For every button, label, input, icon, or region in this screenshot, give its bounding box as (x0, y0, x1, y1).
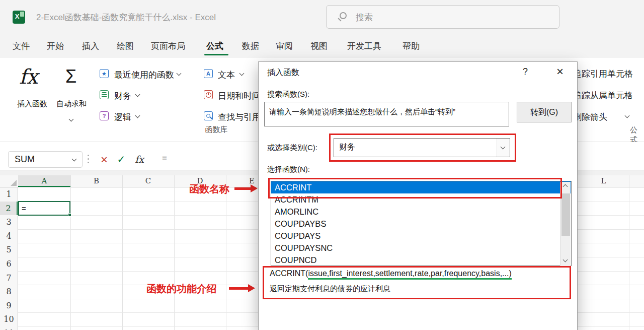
tab-page-layout[interactable]: 页面布局 (151, 40, 185, 53)
row-header-2[interactable]: 2 (0, 202, 18, 216)
active-tab-underline (204, 54, 228, 55)
red-arrow-head (248, 284, 255, 292)
trace-dependents-button[interactable]: 追踪从属单元格 (573, 90, 633, 101)
dropdown-chevron-box[interactable] (497, 139, 510, 157)
select-all-corner[interactable] (11, 180, 17, 186)
function-item-coupdaysnc[interactable]: COUPDAYSNC (271, 242, 571, 254)
gridline (226, 175, 226, 330)
function-list[interactable]: ACCRINT ACCRINTM AMORLINC COUPDAYBS COUP… (271, 181, 572, 266)
row-header-11[interactable]: 11 (0, 326, 18, 330)
trace-precedents-button[interactable]: 追踪引用单元格 (573, 68, 633, 80)
search-function-input[interactable]: 请输入一条简短说明来描述您想做什么，然后单击“转到” (264, 102, 509, 126)
text-label: 文本 (218, 69, 235, 81)
row-header-1[interactable]: 1 (0, 187, 18, 202)
column-header-c[interactable]: C (122, 175, 174, 187)
row-header-10[interactable]: 10 (0, 312, 18, 326)
dialog-close-button[interactable]: × (553, 64, 567, 79)
scroll-up-icon[interactable] (563, 184, 568, 189)
row-header-8[interactable]: 8 (0, 285, 18, 299)
column-header-a[interactable]: A (18, 175, 70, 187)
row-header-6[interactable]: 6 (0, 257, 18, 271)
window-title: 2-Excel函数基础-函数究竟能干什么.xlsx - Excel (36, 12, 216, 23)
active-cell-value: = (22, 204, 26, 213)
chevron-down-icon (501, 145, 506, 150)
search-placeholder: 搜索 (356, 12, 373, 23)
function-item-accrintm[interactable]: ACCRINTM (271, 193, 571, 206)
ribbon-search-box[interactable]: 搜索 (326, 5, 559, 29)
chevron-down-icon (625, 113, 630, 118)
row-header-4[interactable]: 4 (0, 229, 18, 243)
category-label: 或选择类别(C): (267, 143, 317, 153)
scroll-down-icon[interactable] (563, 257, 568, 262)
chevron-down-icon (239, 71, 245, 76)
gridline (629, 175, 629, 330)
excel-icon-page (20, 12, 24, 17)
function-item-accrint[interactable]: ACCRINT (271, 181, 571, 193)
column-header-b[interactable]: B (70, 175, 122, 187)
row-header-5[interactable]: 5 (0, 243, 18, 257)
function-signature: ACCRINT(issue,first_interest,settlement,… (270, 269, 512, 278)
gridline (174, 175, 175, 330)
dialog-title: 插入函数 (267, 68, 299, 78)
tab-developer[interactable]: 开发工具 (347, 40, 381, 53)
tab-formulas[interactable]: 公式 (206, 40, 223, 53)
function-dropdown-column-2: A 文本 日期和时间 查找与引用 (0, 58, 262, 128)
formula-input[interactable]: = (162, 153, 167, 163)
red-arrow-right (234, 187, 251, 190)
insert-function-fx-button[interactable]: fx (132, 151, 147, 168)
name-box[interactable]: SUM (8, 151, 83, 168)
function-item-amorlinc[interactable]: AMORLINC (271, 206, 571, 218)
function-item-coupdaybs[interactable]: COUPDAYBS (271, 218, 571, 230)
annotation-function-name: 函数名称 (189, 182, 229, 196)
enter-button[interactable]: ✓ (114, 151, 129, 168)
gridline (70, 175, 71, 330)
chevron-down-icon (72, 157, 77, 162)
excel-window: X 2-Excel函数基础-函数究竟能干什么.xlsx - Excel 搜索 文… (0, 0, 644, 330)
signature-args-underlined: issue,first_interest,settlement,rate,par… (308, 269, 511, 280)
function-library-group-label: 函数库 (190, 125, 243, 135)
list-scrollbar[interactable] (560, 182, 571, 266)
search-icon (340, 12, 347, 19)
category-dropdown[interactable]: 财务 (334, 138, 510, 157)
row-header-9[interactable]: 9 (0, 299, 18, 313)
tab-home[interactable]: 开始 (47, 40, 64, 53)
magnifier-icon (204, 111, 213, 120)
tab-view[interactable]: 视图 (310, 40, 328, 53)
tab-insert[interactable]: 插入 (82, 40, 99, 53)
function-description: 返回定期支付利息的债券的应计利息 (270, 284, 390, 294)
title-bar: X 2-Excel函数基础-函数究竟能干什么.xlsx - Excel 搜索 (0, 0, 644, 34)
fill-handle[interactable] (68, 213, 71, 217)
category-value: 财务 (339, 142, 355, 153)
tab-file[interactable]: 文件 (13, 40, 30, 53)
function-item-coupdays[interactable]: COUPDAYS (271, 230, 571, 242)
ribbon-tab-row: 文件 开始 插入 绘图 页面布局 公式 数据 审阅 视图 开发工具 帮助 (0, 34, 644, 58)
row-header-3[interactable]: 3 (0, 215, 18, 229)
tab-help[interactable]: 帮助 (403, 40, 420, 53)
dialog-help-button[interactable]: ? (519, 67, 531, 77)
active-cell-a2[interactable]: = (18, 201, 70, 216)
letter-a-icon: A (204, 69, 213, 78)
lookup-label: 查找与引用 (218, 111, 261, 123)
signature-name: ACCRINT( (270, 269, 308, 278)
tab-review[interactable]: 审阅 (276, 40, 293, 53)
go-button[interactable]: 转到(G) (517, 102, 572, 122)
clock-icon (204, 90, 213, 99)
formula-bar-divider (88, 155, 89, 165)
name-box-value: SUM (15, 154, 35, 165)
tab-draw[interactable]: 绘图 (117, 40, 134, 53)
red-arrow-head (251, 184, 258, 192)
red-arrow-right (229, 287, 248, 290)
cancel-button[interactable]: × (97, 151, 112, 168)
select-function-label: 选择函数(N): (267, 165, 310, 174)
annotation-function-intro: 函数的功能介绍 (146, 282, 217, 296)
column-header-l[interactable]: L (577, 175, 630, 187)
row-header-7[interactable]: 7 (0, 271, 18, 285)
gridline (122, 175, 123, 330)
scroll-thumb[interactable] (561, 193, 570, 236)
datetime-label: 日期和时间 (218, 90, 261, 102)
excel-app-icon: X (13, 11, 25, 24)
remove-arrows-button[interactable]: 删除箭头 (573, 111, 607, 123)
row-header-column: 1 2 3 4 5 6 7 8 9 10 11 (0, 187, 18, 330)
tab-data[interactable]: 数据 (242, 40, 259, 53)
function-item-coupncd[interactable]: COUPNCD (271, 254, 571, 266)
